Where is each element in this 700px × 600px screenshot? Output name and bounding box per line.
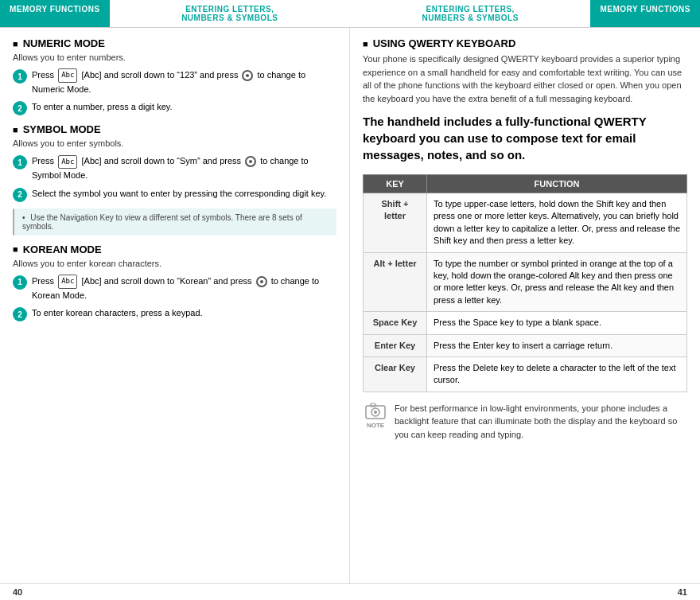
camera-note-icon: NOTE — [364, 402, 387, 431]
left-page: NUMERIC MODE Allows you to enter numbers… — [0, 28, 350, 583]
symbol-step-1: 1 Press Abc [Abc] and scroll down to “Sy… — [13, 154, 336, 181]
footer-left: 40 — [13, 587, 350, 597]
tab-entering-left[interactable]: ENTERING LETTERS, NUMBERS & SYMBOLS — [110, 0, 350, 27]
page-header: MEMORY FUNCTIONS ENTERING LETTERS, NUMBE… — [0, 0, 700, 28]
table-row: Clear Key Press the Delete key to delete… — [364, 356, 687, 392]
key-clear: Clear Key — [364, 356, 427, 392]
numeric-mode-desc: Allows you to enter numbers. — [13, 53, 336, 62]
numeric-mode-section: NUMERIC MODE Allows you to enter numbers… — [13, 37, 336, 115]
col-key-header: KEY — [364, 175, 427, 193]
left-header: MEMORY FUNCTIONS ENTERING LETTERS, NUMBE… — [0, 0, 350, 27]
function-shift-letter: To type upper-case letters, hold down th… — [427, 193, 687, 253]
page-num-left: 40 — [13, 587, 22, 597]
qwerty-title: USING QWERTY KEYBOARD — [363, 37, 687, 49]
korean-mode-desc: Allows you to enter korean characters. — [13, 259, 336, 268]
symbol-mode-section: SYMBOL MODE Allows you to enter symbols.… — [13, 123, 336, 235]
function-enter: Press the Enter key to insert a carriage… — [427, 334, 687, 356]
circle-icon — [242, 70, 253, 81]
note-svg-icon — [364, 402, 387, 419]
key-shift-letter: Shift + letter — [364, 193, 427, 253]
qwerty-big-text: The handheld includes a fully-functional… — [363, 113, 687, 163]
korean-mode-section: KOREAN MODE Allows you to enter korean c… — [13, 244, 336, 321]
korean-mode-title: KOREAN MODE — [13, 244, 336, 255]
col-function-header: FUNCTION — [427, 175, 687, 193]
key-alt-letter: Alt + letter — [364, 252, 427, 312]
right-header: ENTERING LETTERS, NUMBERS & SYMBOLS MEMO… — [350, 0, 700, 27]
note-label: NOTE — [367, 421, 384, 431]
circle-icon-3 — [256, 276, 267, 287]
table-row: Shift + letter To type upper-case letter… — [364, 193, 687, 253]
main-content: NUMERIC MODE Allows you to enter numbers… — [0, 28, 700, 583]
function-clear: Press the Delete key to delete a charact… — [427, 356, 687, 392]
step-number-1: 1 — [13, 69, 27, 84]
abc-icon-2: Abc — [58, 155, 77, 169]
table-row: Enter Key Press the Enter key to insert … — [364, 334, 687, 356]
symbol-note-text: Use the Navigation Key to view a differe… — [22, 213, 302, 231]
bullet-icon: • — [22, 213, 25, 222]
note-icon-area: NOTE — [363, 402, 388, 431]
step-number-2b: 2 — [13, 188, 27, 202]
note-text: For best performance in low-light enviro… — [395, 402, 687, 442]
page-footer: 40 41 — [0, 583, 700, 600]
symbol-step-2: 2 Select the symbol you want to enter by… — [13, 187, 336, 202]
step-number-1b: 1 — [13, 155, 27, 169]
abc-icon-3: Abc — [58, 275, 77, 289]
numeric-mode-title: NUMERIC MODE — [13, 37, 336, 49]
table-row: Alt + letter To type the number or symbo… — [364, 252, 687, 312]
tab-entering-right[interactable]: ENTERING LETTERS, NUMBERS & SYMBOLS — [350, 0, 590, 27]
key-function-table: KEY FUNCTION Shift + letter To type uppe… — [363, 174, 687, 392]
symbol-step-2-text: Select the symbol you want to enter by p… — [32, 187, 336, 201]
abc-icon: Abc — [58, 68, 77, 83]
tab-memory-right[interactable]: MEMORY FUNCTIONS — [590, 0, 700, 27]
key-space: Space Key — [364, 312, 427, 334]
symbol-step-1-text: Press Abc [Abc] and scroll down to “Sym”… — [32, 154, 336, 181]
circle-icon-2 — [245, 156, 256, 167]
korean-step-2: 2 To enter korean characters, press a ke… — [13, 306, 336, 321]
bottom-note: NOTE For best performance in low-light e… — [363, 402, 687, 442]
footer-right: 41 — [350, 587, 687, 597]
function-alt-letter: To type the number or symbol printed in … — [427, 252, 687, 312]
symbol-note-box: • Use the Navigation Key to view a diffe… — [13, 208, 336, 236]
tab-memory-left[interactable]: MEMORY FUNCTIONS — [0, 0, 110, 27]
qwerty-desc: Your phone is specifically designed QWER… — [363, 53, 687, 105]
table-row: Space Key Press the Space key to type a … — [364, 312, 687, 334]
korean-step-1: 1 Press Abc [Abc] and scroll down to “Ko… — [13, 275, 336, 302]
symbol-mode-desc: Allows you to enter symbols. — [13, 138, 336, 148]
right-page: USING QWERTY KEYBOARD Your phone is spec… — [350, 28, 700, 583]
key-enter: Enter Key — [364, 334, 427, 356]
numeric-step-2: 2 To enter a number, press a digit key. — [13, 100, 336, 115]
numeric-step-2-text: To enter a number, press a digit key. — [32, 100, 336, 114]
step-number-1c: 1 — [13, 275, 27, 290]
step-number-2c: 2 — [13, 307, 27, 321]
symbol-mode-title: SYMBOL MODE — [13, 123, 336, 135]
korean-step-1-text: Press Abc [Abc] and scroll down to “Kore… — [32, 275, 336, 302]
svg-point-2 — [374, 411, 377, 414]
function-space: Press the Space key to type a blank spac… — [427, 312, 687, 334]
korean-step-2-text: To enter korean characters, press a keyp… — [32, 306, 336, 320]
numeric-step-1-text: Press Abc [Abc] and scroll down to “123”… — [32, 68, 336, 95]
page-num-right: 41 — [678, 587, 687, 597]
numeric-step-1: 1 Press Abc [Abc] and scroll down to “12… — [13, 68, 336, 95]
step-number-2: 2 — [13, 101, 27, 115]
